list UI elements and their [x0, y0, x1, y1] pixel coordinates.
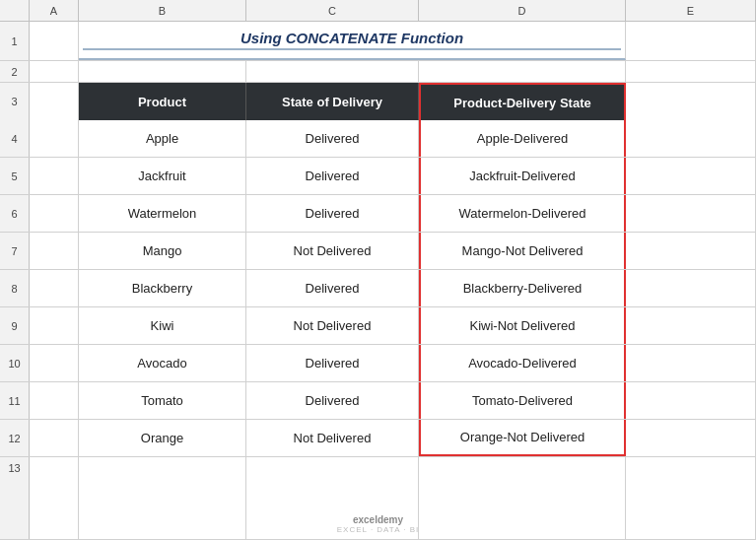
- spreadsheet: A B C D E 1 Using CONCATENATE Function 2: [0, 0, 756, 540]
- rownum-3: 3: [0, 83, 30, 120]
- corner-cell: [0, 0, 30, 21]
- cell-e7[interactable]: [626, 233, 756, 269]
- cell-combined-2[interactable]: Watermelon-Delivered: [419, 195, 626, 232]
- cell-b13[interactable]: [79, 457, 246, 539]
- row-3: 3 Product State of Delivery Product-Deli…: [0, 83, 756, 120]
- cell-a12[interactable]: [30, 420, 79, 456]
- row-10: 10 Avocado Delivered Avocado-Delivered: [0, 345, 756, 382]
- cell-state-0[interactable]: Delivered: [246, 120, 419, 157]
- rownum-1: 1: [0, 22, 30, 60]
- cell-title: Using CONCATENATE Function: [79, 22, 626, 60]
- cell-product-2[interactable]: Watermelon: [79, 195, 246, 232]
- cell-a7[interactable]: [30, 233, 79, 269]
- cell-combined-3[interactable]: Mango-Not Delivered: [419, 233, 626, 269]
- col-header-b[interactable]: B: [79, 0, 246, 21]
- cell-state-3[interactable]: Not Delivered: [246, 233, 419, 269]
- cell-product-header: Product: [79, 83, 246, 120]
- cell-combined-header: Product-Delivery State: [419, 83, 626, 120]
- rownum-9: 9: [0, 307, 30, 344]
- row-12: 12 Orange Not Delivered Orange-Not Deliv…: [0, 420, 756, 457]
- row-7: 7 Mango Not Delivered Mango-Not Delivere…: [0, 233, 756, 270]
- rownum-13: 13: [0, 457, 30, 539]
- rownum-2: 2: [0, 61, 30, 82]
- row-11: 11 Tomato Delivered Tomato-Delivered: [0, 382, 756, 420]
- cell-state-8[interactable]: Not Delivered: [246, 420, 419, 456]
- cell-e8[interactable]: [626, 270, 756, 306]
- cell-product-3[interactable]: Mango: [79, 233, 246, 269]
- row-2: 2: [0, 61, 756, 83]
- row-9: 9 Kiwi Not Delivered Kiwi-Not Delivered: [0, 307, 756, 345]
- cell-a11[interactable]: [30, 382, 79, 419]
- spreadsheet-title: Using CONCATENATE Function: [241, 30, 463, 46]
- cell-product-4[interactable]: Blackberry: [79, 270, 246, 306]
- cell-combined-7[interactable]: Tomato-Delivered: [419, 382, 626, 419]
- cell-c13[interactable]: [246, 457, 419, 539]
- rownum-11: 11: [0, 382, 30, 419]
- cell-a10[interactable]: [30, 345, 79, 381]
- cell-a8[interactable]: [30, 270, 79, 306]
- cell-a6[interactable]: [30, 195, 79, 232]
- cell-combined-0[interactable]: Apple-Delivered: [419, 120, 626, 157]
- cell-e9[interactable]: [626, 307, 756, 344]
- cell-e2[interactable]: [626, 61, 756, 82]
- cell-a9[interactable]: [30, 307, 79, 344]
- rownum-12: 12: [0, 420, 30, 456]
- cell-e11[interactable]: [626, 382, 756, 419]
- cell-product-1[interactable]: Jackfruit: [79, 158, 246, 194]
- col-header-d[interactable]: D: [419, 0, 626, 21]
- cell-product-7[interactable]: Tomato: [79, 382, 246, 419]
- col-header-row: A B C D E: [0, 0, 756, 22]
- col-header-a[interactable]: A: [30, 0, 79, 21]
- cell-a2[interactable]: [30, 61, 79, 82]
- cell-combined-5[interactable]: Kiwi-Not Delivered: [419, 307, 626, 344]
- col-header-c[interactable]: C: [246, 0, 419, 21]
- cell-b2[interactable]: [79, 61, 246, 82]
- cell-state-1[interactable]: Delivered: [246, 158, 419, 194]
- row-5: 5 Jackfruit Delivered Jackfruit-Delivere…: [0, 158, 756, 195]
- cell-e4[interactable]: [626, 120, 756, 157]
- rownum-7: 7: [0, 233, 30, 269]
- rownum-5: 5: [0, 158, 30, 194]
- rows-area: 1 Using CONCATENATE Function 2 3 Product…: [0, 22, 756, 540]
- cell-product-6[interactable]: Avocado: [79, 345, 246, 381]
- cell-state-header: State of Delivery: [246, 83, 419, 120]
- cell-e10[interactable]: [626, 345, 756, 381]
- cell-state-6[interactable]: Delivered: [246, 345, 419, 381]
- cell-a5[interactable]: [30, 158, 79, 194]
- rownum-6: 6: [0, 195, 30, 232]
- cell-c2[interactable]: [246, 61, 419, 82]
- cell-e6[interactable]: [626, 195, 756, 232]
- row-1: 1 Using CONCATENATE Function: [0, 22, 756, 61]
- cell-e12[interactable]: [626, 420, 756, 456]
- cell-state-5[interactable]: Not Delivered: [246, 307, 419, 344]
- row-6: 6 Watermelon Delivered Watermelon-Delive…: [0, 195, 756, 233]
- row-13: 13: [0, 457, 756, 540]
- cell-state-7[interactable]: Delivered: [246, 382, 419, 419]
- cell-state-2[interactable]: Delivered: [246, 195, 419, 232]
- cell-combined-4[interactable]: Blackberry-Delivered: [419, 270, 626, 306]
- rownum-10: 10: [0, 345, 30, 381]
- cell-d2[interactable]: [419, 61, 626, 82]
- cell-e5[interactable]: [626, 158, 756, 194]
- cell-e13[interactable]: [626, 457, 756, 539]
- cell-product-0[interactable]: Apple: [79, 120, 246, 157]
- cell-product-5[interactable]: Kiwi: [79, 307, 246, 344]
- cell-a1[interactable]: [30, 22, 79, 60]
- col-header-e[interactable]: E: [626, 0, 756, 21]
- rownum-4: 4: [0, 120, 30, 157]
- cell-a3[interactable]: [30, 83, 79, 120]
- cell-combined-1[interactable]: Jackfruit-Delivered: [419, 158, 626, 194]
- cell-e3[interactable]: [626, 83, 756, 120]
- row-4: 4 Apple Delivered Apple-Delivered: [0, 120, 756, 158]
- cell-d13[interactable]: [419, 457, 626, 539]
- cell-state-4[interactable]: Delivered: [246, 270, 419, 306]
- cell-product-8[interactable]: Orange: [79, 420, 246, 456]
- cell-combined-8[interactable]: Orange-Not Delivered: [419, 420, 626, 456]
- row-8: 8 Blackberry Delivered Blackberry-Delive…: [0, 270, 756, 307]
- cell-a13[interactable]: [30, 457, 79, 539]
- cell-e1[interactable]: [626, 22, 756, 60]
- cell-combined-6[interactable]: Avocado-Delivered: [419, 345, 626, 381]
- rownum-8: 8: [0, 270, 30, 306]
- title-text: Using CONCATENATE Function: [83, 30, 621, 50]
- cell-a4[interactable]: [30, 120, 79, 157]
